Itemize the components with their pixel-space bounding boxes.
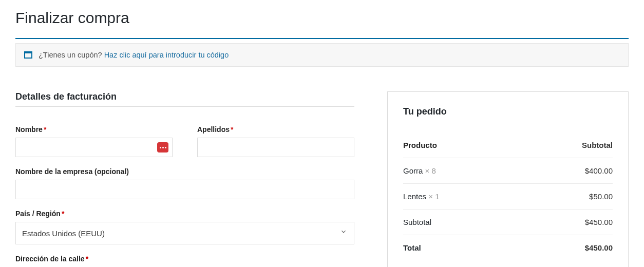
item-name: Gorra (403, 166, 423, 175)
first-name-label-text: Nombre (15, 125, 43, 134)
page-title: Finalizar compra (15, 9, 629, 27)
total-row: Total $450.00 (403, 235, 613, 261)
coupon-notice: ¿Tienes un cupón? Haz clic aquí para int… (15, 43, 629, 67)
last-name-label-text: Apellidos (197, 125, 230, 134)
coupon-prompt: ¿Tienes un cupón? (39, 51, 102, 59)
company-label: Nombre de la empresa (opcional) (15, 167, 354, 176)
item-amount: $400.00 (516, 158, 613, 184)
order-table: Producto Subtotal Gorra × 8 $400.00 Lent… (403, 132, 613, 260)
country-label-text: País / Región (15, 209, 61, 218)
required-mark: * (44, 125, 46, 134)
coupon-link[interactable]: Haz clic aquí para introducir tu código (104, 51, 229, 59)
title-divider (15, 38, 629, 39)
table-row: Gorra × 8 $400.00 (403, 158, 613, 184)
order-heading: Tu pedido (403, 106, 613, 117)
item-qty: × 1 (428, 192, 439, 201)
country-label: País / Región* (15, 209, 354, 218)
country-select[interactable]: Estados Unidos (EEUU) (15, 222, 354, 244)
required-mark: * (86, 255, 88, 263)
company-input[interactable] (15, 180, 354, 199)
last-name-input[interactable] (197, 138, 354, 157)
item-qty: × 8 (425, 166, 436, 175)
subtotal-row: Subtotal $450.00 (403, 209, 613, 235)
address-label: Dirección de la calle* (15, 255, 354, 263)
last-name-label: Apellidos* (197, 125, 354, 134)
total-amount: $450.00 (516, 235, 613, 261)
password-manager-icon[interactable] (157, 142, 168, 152)
order-col-subtotal: Subtotal (516, 132, 613, 158)
order-summary: Tu pedido Producto Subtotal Gorra × 8 $4… (387, 91, 629, 267)
country-selected-value: Estados Unidos (EEUU) (22, 229, 105, 238)
item-name: Lentes (403, 192, 426, 201)
required-mark: * (62, 209, 64, 218)
billing-section: Detalles de facturación Nombre* Apellido… (15, 91, 354, 267)
billing-heading: Detalles de facturación (15, 91, 354, 107)
subtotal-amount: $450.00 (516, 209, 613, 235)
address-label-text: Dirección de la calle (15, 255, 85, 263)
required-mark: * (231, 125, 233, 134)
first-name-input[interactable] (15, 138, 173, 157)
total-label: Total (403, 235, 516, 261)
order-col-product: Producto (403, 132, 516, 158)
coupon-icon (24, 51, 32, 59)
first-name-label: Nombre* (15, 125, 173, 134)
subtotal-label: Subtotal (403, 209, 516, 235)
table-row: Lentes × 1 $50.00 (403, 184, 613, 209)
item-amount: $50.00 (516, 184, 613, 209)
